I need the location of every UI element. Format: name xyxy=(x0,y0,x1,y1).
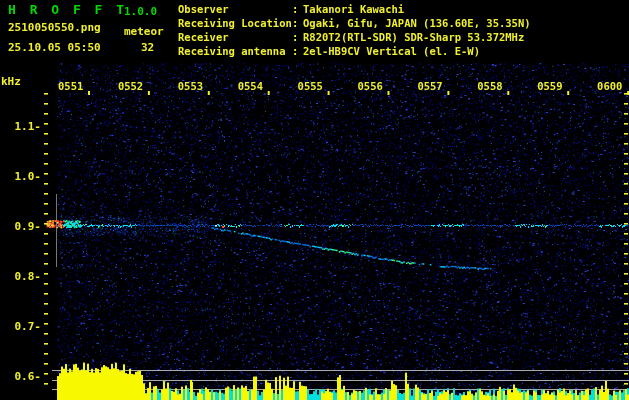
info-label: Observer xyxy=(178,3,292,15)
station-info-row: Receiver:R820T2(RTL-SDR) SDR-Sharp 53.37… xyxy=(178,30,531,44)
freq-axis-label: 0.6- xyxy=(0,371,41,382)
freq-axis-label: 0.8- xyxy=(0,271,41,282)
app-title: H R O F F T xyxy=(8,3,127,16)
info-label: Receiving antenna xyxy=(178,45,292,57)
station-info-block: Observer:Takanori KawachiReceiving Locat… xyxy=(178,2,531,58)
info-value: R820T2(RTL-SDR) SDR-Sharp 53.372MHz xyxy=(303,31,524,43)
output-filename: 2510050550.png xyxy=(8,22,101,33)
observation-datetime: 25.10.05 05:50 xyxy=(8,42,101,53)
time-axis-label: 0551 xyxy=(58,81,83,92)
info-colon: : xyxy=(292,45,303,57)
time-axis-label: 0556 xyxy=(358,81,383,92)
info-label: Receiver xyxy=(178,31,292,43)
station-info-row: Observer:Takanori Kawachi xyxy=(178,2,531,16)
echo-count: 32 xyxy=(141,42,154,53)
freq-unit-label: kHz xyxy=(1,76,21,87)
info-colon: : xyxy=(292,17,303,29)
time-axis-label: 0552 xyxy=(118,81,143,92)
info-value: Ogaki, Gifu, JAPAN (136.60E, 35.35N) xyxy=(303,17,531,29)
info-value: 2el-HB9CV Vertical (el. E-W) xyxy=(303,45,480,57)
app-version: 1.0.0 xyxy=(124,6,157,17)
info-colon: : xyxy=(292,3,303,15)
station-info-row: Receiving antenna:2el-HB9CV Vertical (el… xyxy=(178,44,531,58)
info-value: Takanori Kawachi xyxy=(303,3,404,15)
freq-axis-label: 1.0- xyxy=(0,171,41,182)
info-label: Receiving Location xyxy=(178,17,292,29)
freq-axis-label: 0.7- xyxy=(0,321,41,332)
mode-label: meteor xyxy=(124,26,164,37)
time-axis-label: 0557 xyxy=(417,81,442,92)
time-axis-label: 0559 xyxy=(537,81,562,92)
station-info-row: Receiving Location:Ogaki, Gifu, JAPAN (1… xyxy=(178,16,531,30)
time-axis-label: 0554 xyxy=(238,81,263,92)
hrofft-window: H R O F F T 1.0.0 2510050550.png meteor … xyxy=(0,0,629,400)
time-axis-label: 0558 xyxy=(477,81,502,92)
spectrogram-canvas xyxy=(0,0,629,400)
time-axis-label: 0600 xyxy=(597,81,622,92)
time-axis-label: 0555 xyxy=(298,81,323,92)
time-axis-label: 0553 xyxy=(178,81,203,92)
freq-axis-label: 0.9- xyxy=(0,221,41,232)
freq-axis-label: 1.1- xyxy=(0,121,41,132)
info-colon: : xyxy=(292,31,303,43)
